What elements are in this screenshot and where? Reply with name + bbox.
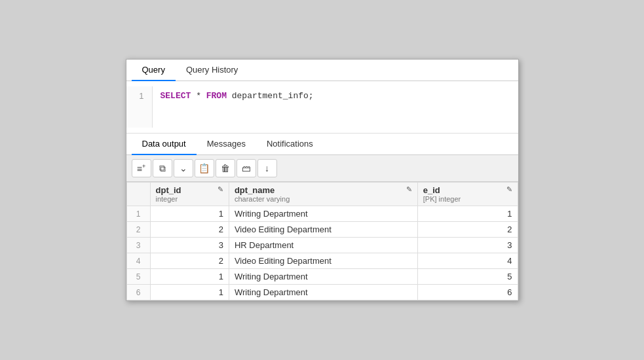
database-icon: 🗃 (242, 163, 251, 173)
add-row-icon: ≡+ (137, 163, 145, 174)
edit-icon-e-id[interactable]: ✎ (506, 185, 512, 194)
dpt-name-cell: Writing Department (229, 285, 417, 300)
line-number-1: 1 (126, 89, 144, 103)
trash-icon: 🗑 (221, 163, 230, 173)
table-row: 2 2 Video Editing Department 2 (126, 222, 518, 238)
dropdown-button[interactable]: ⌄ (174, 159, 193, 177)
dpt-id-cell: 2 (150, 222, 229, 238)
col-name-dpt-id: dpt_id (156, 185, 181, 195)
bottom-tab-bar: Data output Messages Notifications (126, 134, 518, 155)
e-id-cell: 5 (417, 269, 518, 285)
col-header-dpt-id: dpt_id integer ✎ (150, 183, 229, 206)
tab-data-output[interactable]: Data output (132, 134, 197, 155)
row-num-cell: 4 (126, 253, 150, 269)
col-type-e-id: [PK] integer (423, 195, 461, 203)
row-num-cell: 1 (126, 206, 150, 222)
data-table-wrap: dpt_id integer ✎ dpt_name character vary… (126, 182, 518, 300)
tab-query[interactable]: Query (132, 60, 176, 81)
paste-button[interactable]: 📋 (195, 159, 214, 177)
e-id-cell: 4 (417, 253, 518, 269)
db-button[interactable]: 🗃 (237, 159, 256, 177)
copy-button[interactable]: ⧉ (153, 159, 172, 177)
line-numbers: 1 (126, 86, 153, 128)
query-code[interactable]: SELECT * FROM department_info; (153, 86, 322, 128)
row-num-cell: 3 (126, 238, 150, 253)
data-toolbar: ≡+ ⧉ ⌄ 📋 🗑 🗃 ↓ (126, 155, 518, 182)
row-num-cell: 6 (126, 285, 150, 300)
add-row-button[interactable]: ≡+ (132, 159, 151, 177)
copy-icon: ⧉ (159, 163, 166, 174)
table-row: 6 1 Writing Department 6 (126, 285, 518, 300)
chevron-down-icon: ⌄ (180, 163, 187, 173)
col-type-dpt-id: integer (156, 195, 181, 203)
col-header-e-id: e_id [PK] integer ✎ (417, 183, 518, 206)
e-id-cell: 2 (417, 222, 518, 238)
dpt-id-cell: 1 (150, 269, 229, 285)
paste-icon: 📋 (199, 163, 210, 173)
col-header-dpt-name: dpt_name character varying ✎ (229, 183, 417, 206)
download-icon: ↓ (265, 163, 269, 173)
tab-messages[interactable]: Messages (197, 134, 256, 155)
tab-notifications[interactable]: Notifications (256, 134, 324, 155)
dpt-name-cell: Video Editing Department (229, 253, 417, 269)
col-name-dpt-name: dpt_name (235, 185, 290, 195)
data-table: dpt_id integer ✎ dpt_name character vary… (126, 182, 518, 300)
e-id-cell: 1 (417, 206, 518, 222)
edit-icon-dpt-id[interactable]: ✎ (218, 185, 223, 194)
e-id-cell: 6 (417, 285, 518, 300)
dpt-name-cell: Writing Department (229, 206, 417, 222)
query-table-name: department_info; (232, 91, 314, 101)
tab-query-history[interactable]: Query History (176, 60, 248, 81)
dpt-id-cell: 1 (150, 206, 229, 222)
col-type-dpt-name: character varying (235, 195, 290, 203)
main-window: Query Query History 1 SELECT * FROM depa… (126, 59, 519, 301)
e-id-cell: 3 (417, 238, 518, 253)
query-star: * (196, 91, 206, 101)
row-num-header (126, 183, 150, 206)
dpt-name-cell: Writing Department (229, 269, 417, 285)
download-button[interactable]: ↓ (257, 159, 277, 177)
dpt-id-cell: 1 (150, 285, 229, 300)
keyword-select: SELECT (161, 91, 191, 101)
keyword-from: FROM (206, 91, 227, 101)
row-num-cell: 2 (126, 222, 150, 238)
table-row: 3 3 HR Department 3 (126, 238, 518, 253)
edit-icon-dpt-name[interactable]: ✎ (406, 185, 412, 194)
table-row: 5 1 Writing Department 5 (126, 269, 518, 285)
table-row: 4 2 Video Editing Department 4 (126, 253, 518, 269)
delete-button[interactable]: 🗑 (216, 159, 235, 177)
query-editor: 1 SELECT * FROM department_info; (126, 81, 518, 134)
dpt-id-cell: 2 (150, 253, 229, 269)
dpt-name-cell: Video Editing Department (229, 222, 417, 238)
row-num-cell: 5 (126, 269, 150, 285)
col-name-e-id: e_id (423, 185, 461, 195)
dpt-id-cell: 3 (150, 238, 229, 253)
table-row: 1 1 Writing Department 1 (126, 206, 518, 222)
dpt-name-cell: HR Department (229, 238, 417, 253)
top-tab-bar: Query Query History (126, 60, 518, 81)
